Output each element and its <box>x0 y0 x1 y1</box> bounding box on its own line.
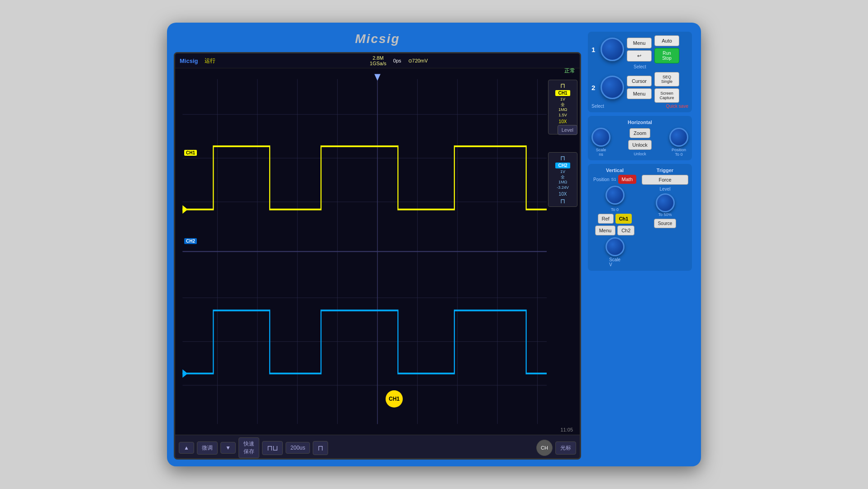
screen-capture-button[interactable]: Screen Capture <box>654 88 679 103</box>
menu-button[interactable]: Menu <box>627 38 652 48</box>
vertical-trigger-section: Vertical Position S1 Math To 0 Ref Ch1 M… <box>588 164 692 271</box>
vertical-title: Vertical <box>591 168 638 173</box>
position-knob-wrapper: Position To 0 <box>669 128 688 157</box>
btn-col-2: Auto Run Stop <box>654 35 679 63</box>
ch1-bubble: CH1 <box>386 390 403 408</box>
down-button[interactable]: ▼ <box>220 442 236 454</box>
micsig-screen-logo: Micsig <box>180 58 198 64</box>
ch2-vert-button[interactable]: Ch2 <box>617 225 634 235</box>
svg-marker-19 <box>374 74 381 81</box>
horizontal-scale-knob[interactable] <box>591 128 610 147</box>
header-info: 2.8M 1GSa/s 0ps ⊙720mV <box>222 55 575 66</box>
menu-vert-button[interactable]: Menu <box>595 225 616 235</box>
up-button[interactable]: ▲ <box>179 442 194 454</box>
top-controls-group: 1 Menu ↩ Auto Run Stop Select 2 Cursor <box>588 32 692 112</box>
ch1-vert-button[interactable]: Ch1 <box>615 214 632 224</box>
vertical-controls: Position S1 Math To 0 Ref Ch1 Menu Ch2 <box>591 175 638 267</box>
time-display: 11:05 <box>560 427 573 432</box>
btn-col-4: SEQ Single Screen Capture <box>654 72 679 103</box>
num2-label: 2 <box>591 84 598 91</box>
zoom-button[interactable]: Zoom <box>630 128 650 138</box>
square-wave-button[interactable]: ⊓⊔ <box>262 441 283 455</box>
running-status: 运行 <box>205 57 215 65</box>
trigger-level-knob-wrap: To 50% <box>656 193 675 217</box>
horizontal-section: Horizontal Scale ns Zoom Unlock Unlock <box>588 116 692 160</box>
grid-area: CH1 CH2 ⊓ CH1 1V 全 1MΩ 1.5V 10X <box>177 71 577 432</box>
ch1-10x: 10X <box>559 119 567 124</box>
svg-marker-18 <box>182 369 187 378</box>
ch1-label: CH1 <box>555 90 570 96</box>
select2-label: Select <box>591 104 604 109</box>
level-label-t: Level <box>660 187 671 192</box>
oscilloscope: Micsig Micsig 运行 2.8M 1GSa/s 0ps ⊙720mV … <box>167 23 701 466</box>
vertical-scale-knob[interactable] <box>606 237 625 256</box>
controls-section: 1 Menu ↩ Auto Run Stop Select 2 Cursor <box>586 29 694 460</box>
knob1[interactable] <box>601 38 624 61</box>
quick-save-label: Quick save <box>666 104 688 109</box>
knob2[interactable] <box>601 76 624 99</box>
quick-save-button[interactable]: 快速 保存 <box>238 437 259 458</box>
btn-col-3: Cursor Menu <box>627 76 652 99</box>
svg-marker-17 <box>182 205 187 214</box>
ch2-voltage: 1V 全 1MΩ -3.24V <box>557 169 569 191</box>
brand-label: Micsig <box>174 29 581 48</box>
knob1-group: 1 Menu ↩ Auto Run Stop <box>591 35 688 63</box>
v-label: Scale V <box>609 257 620 267</box>
force-button[interactable]: Force <box>642 175 688 185</box>
trigger-subsection: Trigger Force Level To 50% Source <box>642 168 688 267</box>
horizontal-position-knob[interactable] <box>669 128 688 147</box>
ch1-voltage: 1V 全 1MΩ 1.5V <box>558 97 567 118</box>
screen-wrapper: Micsig 运行 2.8M 1GSa/s 0ps ⊙720mV 正常 <box>174 52 581 460</box>
sample-rate: 2.8M 1GSa/s <box>370 55 386 66</box>
timebase-button[interactable]: 200us <box>286 442 310 454</box>
unlock-button[interactable]: Unlock <box>628 140 652 150</box>
cursor-ctrl-button[interactable]: Cursor <box>627 76 652 86</box>
vertical-scale-wrap: Scale V <box>606 237 625 267</box>
bottom-toolbar: ▲ 微调 ▼ 快速 保存 ⊓⊔ 200us ⊓ CH 光标 <box>175 435 580 460</box>
ch1-selector-button[interactable]: CH <box>536 440 553 456</box>
vert-top-row: Position S1 Math <box>591 175 638 184</box>
ch1-tag: CH1 <box>184 150 197 156</box>
vertical-position-knob[interactable] <box>606 186 625 205</box>
ch2-label: CH2 <box>555 163 570 168</box>
ch2-panel: ⊓ CH2 1V 全 1MΩ -3.24V 10X ⊓ <box>548 152 577 207</box>
run-stop-button[interactable]: Run Stop <box>654 48 679 63</box>
ref-button[interactable]: Ref <box>598 214 614 224</box>
vertical-subsection: Vertical Position S1 Math To 0 Ref Ch1 M… <box>591 168 638 267</box>
channel-buttons-2: Menu Ch2 <box>595 225 635 235</box>
knob2-group: 2 Cursor Menu SEQ Single Screen Capture <box>591 72 688 103</box>
screen-header: Micsig 运行 2.8M 1GSa/s 0ps ⊙720mV 正常 <box>175 53 580 68</box>
trigger-title: Trigger <box>642 168 688 173</box>
trigger-voltage: ⊙720mV <box>408 58 428 64</box>
unlock-label: Unlock <box>634 152 646 156</box>
ch2-tag: CH2 <box>184 238 197 244</box>
level-button[interactable]: Level <box>558 125 577 135</box>
position-label: Position To 0 <box>672 148 686 157</box>
channel-buttons: Ref Ch1 <box>598 214 632 224</box>
auto-button[interactable]: Auto <box>654 35 679 46</box>
ch2-10x: 10X <box>559 192 567 197</box>
waveform-display <box>177 71 577 432</box>
s1-label: S1 <box>611 177 616 182</box>
num1-label: 1 <box>591 46 598 53</box>
cursor-button[interactable]: 光标 <box>555 441 576 455</box>
math-button[interactable]: Math <box>618 175 636 184</box>
timebase: 0ps <box>393 58 401 63</box>
btn-col-1: Menu ↩ <box>627 38 652 62</box>
menu2-button[interactable]: Menu <box>627 88 652 99</box>
position-label-v: Position <box>593 177 610 182</box>
seq-single-button[interactable]: SEQ Single <box>654 72 679 86</box>
scale-label: Scale ns <box>596 148 606 157</box>
to0-label-v: To 0 <box>611 207 619 212</box>
trigger-level-knob[interactable] <box>656 193 675 212</box>
fine-tune-button[interactable]: 微调 <box>197 441 218 455</box>
single-pulse-button[interactable]: ⊓ <box>313 441 328 455</box>
horizontal-row: Scale ns Zoom Unlock Unlock Position To … <box>591 128 688 157</box>
to50-label: To 50% <box>658 212 672 217</box>
scale-knob-wrapper: Scale ns <box>591 128 610 157</box>
screen-section: Micsig Micsig 运行 2.8M 1GSa/s 0ps ⊙720mV … <box>174 29 581 460</box>
source-button[interactable]: Source <box>654 219 677 228</box>
horizontal-title: Horizontal <box>591 120 688 125</box>
back-button[interactable]: ↩ <box>627 50 652 62</box>
select1-label: Select <box>591 64 688 69</box>
